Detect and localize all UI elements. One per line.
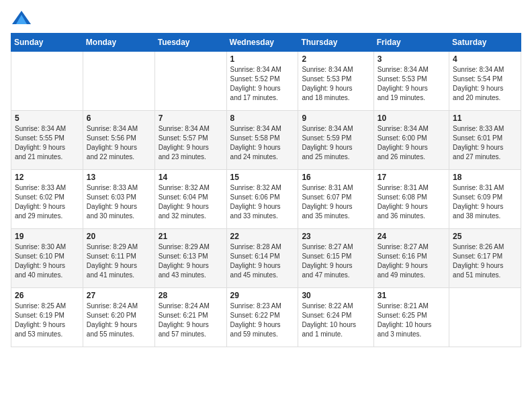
calendar-cell: 14Sunrise: 8:32 AM Sunset: 6:04 PM Dayli… xyxy=(154,170,226,229)
calendar-cell: 2Sunrise: 8:34 AM Sunset: 5:53 PM Daylig… xyxy=(298,52,373,111)
day-header-sunday: Sunday xyxy=(11,34,83,52)
day-info: Sunrise: 8:34 AM Sunset: 5:59 PM Dayligh… xyxy=(302,124,369,162)
week-row-1: 1Sunrise: 8:34 AM Sunset: 5:52 PM Daylig… xyxy=(11,52,521,111)
calendar-cell: 7Sunrise: 8:34 AM Sunset: 5:57 PM Daylig… xyxy=(154,111,226,170)
day-info: Sunrise: 8:34 AM Sunset: 5:52 PM Dayligh… xyxy=(230,65,295,103)
calendar-cell: 5Sunrise: 8:34 AM Sunset: 5:55 PM Daylig… xyxy=(11,111,83,170)
calendar-cell: 16Sunrise: 8:31 AM Sunset: 6:07 PM Dayli… xyxy=(298,170,373,229)
calendar-cell: 20Sunrise: 8:29 AM Sunset: 6:11 PM Dayli… xyxy=(83,229,154,288)
calendar-cell: 8Sunrise: 8:34 AM Sunset: 5:58 PM Daylig… xyxy=(226,111,298,170)
week-row-3: 12Sunrise: 8:33 AM Sunset: 6:02 PM Dayli… xyxy=(11,170,521,229)
day-info: Sunrise: 8:21 AM Sunset: 6:25 PM Dayligh… xyxy=(378,302,445,339)
calendar-cell: 31Sunrise: 8:21 AM Sunset: 6:25 PM Dayli… xyxy=(373,288,449,347)
calendar-cell: 9Sunrise: 8:34 AM Sunset: 5:59 PM Daylig… xyxy=(298,111,373,170)
calendar-cell: 3Sunrise: 8:34 AM Sunset: 5:53 PM Daylig… xyxy=(373,52,449,111)
calendar-cell: 29Sunrise: 8:23 AM Sunset: 6:22 PM Dayli… xyxy=(226,288,298,347)
calendar-table: SundayMondayTuesdayWednesdayThursdayFrid… xyxy=(11,33,521,347)
day-number: 29 xyxy=(230,291,295,300)
calendar-cell xyxy=(11,52,83,111)
day-number: 12 xyxy=(15,173,79,182)
day-header-monday: Monday xyxy=(83,34,154,52)
calendar-cell: 1Sunrise: 8:34 AM Sunset: 5:52 PM Daylig… xyxy=(226,52,298,111)
calendar-cell xyxy=(154,52,226,111)
day-number: 7 xyxy=(159,113,223,123)
calendar-cell: 18Sunrise: 8:31 AM Sunset: 6:09 PM Dayli… xyxy=(449,170,521,229)
day-number: 3 xyxy=(378,54,445,64)
calendar-cell: 10Sunrise: 8:34 AM Sunset: 6:00 PM Dayli… xyxy=(373,111,449,170)
days-header-row: SundayMondayTuesdayWednesdayThursdayFrid… xyxy=(11,34,521,52)
calendar-cell: 15Sunrise: 8:32 AM Sunset: 6:06 PM Dayli… xyxy=(226,170,298,229)
calendar-cell: 23Sunrise: 8:27 AM Sunset: 6:15 PM Dayli… xyxy=(298,229,373,288)
day-info: Sunrise: 8:34 AM Sunset: 5:55 PM Dayligh… xyxy=(15,124,79,162)
day-info: Sunrise: 8:33 AM Sunset: 6:01 PM Dayligh… xyxy=(453,124,517,162)
day-info: Sunrise: 8:31 AM Sunset: 6:09 PM Dayligh… xyxy=(453,183,517,221)
day-number: 26 xyxy=(15,291,79,300)
calendar-cell xyxy=(83,52,154,111)
day-number: 17 xyxy=(378,173,445,182)
day-info: Sunrise: 8:26 AM Sunset: 6:17 PM Dayligh… xyxy=(453,242,517,280)
day-info: Sunrise: 8:32 AM Sunset: 6:04 PM Dayligh… xyxy=(159,183,223,221)
calendar-cell: 21Sunrise: 8:29 AM Sunset: 6:13 PM Dayli… xyxy=(154,229,226,288)
logo-icon xyxy=(12,11,31,24)
day-info: Sunrise: 8:28 AM Sunset: 6:14 PM Dayligh… xyxy=(230,242,295,280)
calendar-cell: 13Sunrise: 8:33 AM Sunset: 6:03 PM Dayli… xyxy=(83,170,154,229)
calendar-cell: 6Sunrise: 8:34 AM Sunset: 5:56 PM Daylig… xyxy=(83,111,154,170)
day-info: Sunrise: 8:31 AM Sunset: 6:07 PM Dayligh… xyxy=(302,183,369,221)
calendar-cell: 27Sunrise: 8:24 AM Sunset: 6:20 PM Dayli… xyxy=(83,288,154,347)
day-header-thursday: Thursday xyxy=(298,34,373,52)
day-info: Sunrise: 8:34 AM Sunset: 5:58 PM Dayligh… xyxy=(230,124,295,162)
day-header-friday: Friday xyxy=(373,34,449,52)
calendar-cell: 19Sunrise: 8:30 AM Sunset: 6:10 PM Dayli… xyxy=(11,229,83,288)
day-info: Sunrise: 8:34 AM Sunset: 5:54 PM Dayligh… xyxy=(453,65,517,103)
day-number: 10 xyxy=(378,113,445,123)
day-info: Sunrise: 8:29 AM Sunset: 6:13 PM Dayligh… xyxy=(159,242,223,280)
day-info: Sunrise: 8:34 AM Sunset: 5:53 PM Dayligh… xyxy=(302,65,369,103)
day-number: 30 xyxy=(302,291,369,300)
day-number: 1 xyxy=(230,54,295,64)
calendar-cell: 25Sunrise: 8:26 AM Sunset: 6:17 PM Dayli… xyxy=(449,229,521,288)
day-info: Sunrise: 8:31 AM Sunset: 6:08 PM Dayligh… xyxy=(378,183,445,221)
day-number: 11 xyxy=(453,113,517,123)
calendar-cell: 11Sunrise: 8:33 AM Sunset: 6:01 PM Dayli… xyxy=(449,111,521,170)
day-info: Sunrise: 8:30 AM Sunset: 6:10 PM Dayligh… xyxy=(15,242,79,280)
day-number: 21 xyxy=(159,232,223,241)
day-info: Sunrise: 8:24 AM Sunset: 6:20 PM Dayligh… xyxy=(87,302,151,339)
day-info: Sunrise: 8:23 AM Sunset: 6:22 PM Dayligh… xyxy=(230,302,295,339)
day-number: 13 xyxy=(87,173,151,182)
day-number: 8 xyxy=(230,113,295,123)
day-number: 5 xyxy=(15,113,79,123)
calendar-cell: 26Sunrise: 8:25 AM Sunset: 6:19 PM Dayli… xyxy=(11,288,83,347)
calendar-cell: 4Sunrise: 8:34 AM Sunset: 5:54 PM Daylig… xyxy=(449,52,521,111)
day-number: 31 xyxy=(378,291,445,300)
calendar-cell: 24Sunrise: 8:27 AM Sunset: 6:16 PM Dayli… xyxy=(373,229,449,288)
day-number: 27 xyxy=(87,291,151,300)
week-row-5: 26Sunrise: 8:25 AM Sunset: 6:19 PM Dayli… xyxy=(11,288,521,347)
day-number: 6 xyxy=(87,113,151,123)
day-info: Sunrise: 8:22 AM Sunset: 6:24 PM Dayligh… xyxy=(302,302,369,339)
day-number: 24 xyxy=(378,232,445,241)
day-info: Sunrise: 8:33 AM Sunset: 6:03 PM Dayligh… xyxy=(87,183,151,221)
day-info: Sunrise: 8:24 AM Sunset: 6:21 PM Dayligh… xyxy=(159,302,223,339)
week-row-2: 5Sunrise: 8:34 AM Sunset: 5:55 PM Daylig… xyxy=(11,111,521,170)
week-row-4: 19Sunrise: 8:30 AM Sunset: 6:10 PM Dayli… xyxy=(11,229,521,288)
page-header xyxy=(11,11,521,26)
day-info: Sunrise: 8:33 AM Sunset: 6:02 PM Dayligh… xyxy=(15,183,79,221)
calendar-cell: 28Sunrise: 8:24 AM Sunset: 6:21 PM Dayli… xyxy=(154,288,226,347)
logo xyxy=(11,11,31,26)
calendar-cell: 30Sunrise: 8:22 AM Sunset: 6:24 PM Dayli… xyxy=(298,288,373,347)
day-number: 2 xyxy=(302,54,369,64)
day-info: Sunrise: 8:34 AM Sunset: 5:56 PM Dayligh… xyxy=(87,124,151,162)
day-number: 9 xyxy=(302,113,369,123)
day-number: 4 xyxy=(453,54,517,64)
calendar-cell xyxy=(449,288,521,347)
day-info: Sunrise: 8:27 AM Sunset: 6:16 PM Dayligh… xyxy=(378,242,445,280)
day-number: 20 xyxy=(87,232,151,241)
day-number: 28 xyxy=(159,291,223,300)
day-info: Sunrise: 8:32 AM Sunset: 6:06 PM Dayligh… xyxy=(230,183,295,221)
day-info: Sunrise: 8:27 AM Sunset: 6:15 PM Dayligh… xyxy=(302,242,369,280)
calendar-cell: 17Sunrise: 8:31 AM Sunset: 6:08 PM Dayli… xyxy=(373,170,449,229)
day-info: Sunrise: 8:34 AM Sunset: 6:00 PM Dayligh… xyxy=(378,124,445,162)
day-number: 18 xyxy=(453,173,517,182)
day-number: 22 xyxy=(230,232,295,241)
day-info: Sunrise: 8:34 AM Sunset: 5:57 PM Dayligh… xyxy=(159,124,223,162)
